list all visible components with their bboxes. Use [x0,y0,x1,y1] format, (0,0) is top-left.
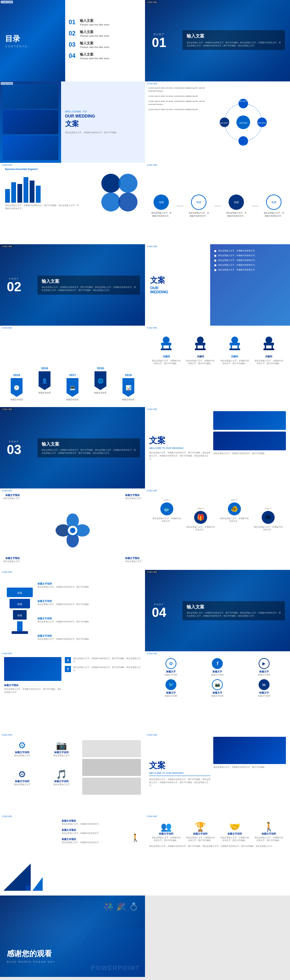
cog-gray-box-2 [82,759,141,776]
flag-2015: 🕐 [11,378,22,397]
timeline-2015: 2015 🕐 标题文本短语 [11,373,23,401]
cog-icon-4: 🎵 [43,769,79,780]
cog-gray-box-1 [82,740,141,757]
part03-num: 03 [7,443,21,456]
flow-text-2: 请在这里输入文字，本模板中的所有文字。 [189,212,209,218]
security-text: Lorem ipsum dolor sit amet, consectetur … [148,86,207,111]
social-icon-2: f [212,658,223,669]
tl-desc-5: 标题文本短语 [122,398,135,401]
part-title: 输入文案 [187,33,281,39]
wencas-layout: 文案 WELCOME TO OUR WEDDING 请在这里输入文字，本模板中的… [149,411,286,484]
funnel-layout: 标题 标题 标题 标题文字说明 请在这里输入文字，本模板中的所有文字、图片均可编… [5,577,140,646]
part03-title: 输入文案 [42,441,136,447]
toc-title-en: CONTENTS [5,45,60,48]
funnel-items: 标题文字说明 请在这里输入文字，本模板中的所有文字、图片均可编辑。 标题文字说明… [37,577,140,646]
toc-num-3: 03 [69,41,77,48]
svg-point-11 [101,174,120,193]
svg-rect-33 [272,345,273,349]
bar-3 [18,184,22,203]
ow-line-2: 请在这里输入文字，本模板中的所有文字。 [214,254,287,257]
trophy-svg-1 [159,337,173,353]
th-icon-1: 👫 [104,902,113,911]
twocol-right: A 请在这里输入文字，本模板中的所有文字、图片均可编辑。请在这里输入文字。 B … [65,657,141,696]
timeline-2016: 2016 👤 标题文本短语 [38,366,51,401]
timeline-2019: 2019 📊 标题文本短语 [122,373,135,401]
toc-text-2: 输入文案 Please add the title here [80,30,109,37]
part02-number: PART 02 [7,277,21,293]
step-num-4: step 4 [253,507,283,509]
slide-thankyou: 感谢您的观看 BLUE WORLD OCEAN DAY 👫 🎉 💍 POWERP… [0,896,145,977]
click-label-9: 点击输入标题 [1,326,13,329]
person-icon-4: 🚶 [254,822,284,832]
slide-part01: 点击输入标题 PART 01 输入文案 请在这里输入文字，本模板中的所有文字、图… [145,0,290,81]
svg-rect-47 [17,621,22,632]
wedding-img-3 [3,135,58,160]
flower-label-bl: 标题文字预设 请在这里输入文字 [3,557,20,563]
th-icon-3: 💍 [129,902,138,911]
trophy-svg-2 [194,337,207,353]
flow-container: 链接 请在这里输入文字，本模板中的所有文字。 链接 请在这里输入文字，本模板中的… [148,166,287,241]
part04-desc: 请在这里输入文字，本模板中的所有文字、图片均可编辑。请在这里输入文字，本模板中的… [187,611,281,617]
wencas2-subtitle: WELCOME TO OUR WEDDING [149,772,210,774]
wencas-title: 文案 [149,435,210,446]
flow-arrow-3 [252,206,259,207]
step-icon-3: 🐠 [228,503,241,515]
twocol-left: 标题文字预设 请在这里输入文字，本模板中的所有文字、图片均可编辑。请在这里输入文… [4,657,61,696]
cog-gray-box-3 [82,778,141,795]
part04-title: 输入文案 [187,604,281,610]
twocol-item-a: 标题文字预设 请在这里输入文字，本模板中的所有文字、图片均可编辑。请在这里输入文… [4,684,61,694]
tri-item-3: 标题文本预设 请在这里输入文字，本模板中的所有文字。 [62,838,142,844]
person-item-2: 🏆 标题文字说明 请在这里输入文字，本模板中的所有文字、图片均可编辑。 [185,822,215,842]
svg-rect-15 [163,337,170,344]
bar-4 [24,177,28,203]
tri-item-1: 标题文本预设 请在这里输入文字，本模板中的所有文字。 [62,819,142,826]
part-title-box: 输入文案 请在这里输入文字，本模板中的所有文字、图片均可编辑。请在这里输入文字，… [183,30,285,50]
slide-flower: 点击输入标题 标题文字预设 请在这里输入文字 标题文字预设 请在这里输入文字 标… [0,488,145,570]
flower-label-tl: 标题文字预设 请在这里输入文字 [3,493,20,500]
trophy-desc-1: 请在这里输入文字，本模板中的所有文字、图片均可编辑。 [151,360,181,365]
svg-rect-30 [266,337,272,344]
slide-persons: 点击输入标题 👥 标题文字说明 请在这里输入文字，本模板中的所有文字、图片均可编… [145,814,290,896]
svg-text:SECURITY: SECURITY [239,145,248,146]
wencas-subtitle: WELCOME TO OUR WEDDING [149,447,210,449]
step-3: step 3 🐠 请在这里输入文字，本模板中的所有文字。 [220,499,249,523]
wencas-left: 文案 WELCOME TO OUR WEDDING 请在这里输入文字，本模板中的… [149,411,210,484]
bar-1 [5,189,10,203]
svg-rect-20 [197,337,203,344]
toc-item-1: 01 输入文案 Please add the title here [69,18,142,26]
social-icon-3: ▶ [259,658,269,669]
twocol-img [4,657,61,681]
step-4: step 4 ✉ 请在这里输入文字，本模板中的所有文字。 [253,507,283,531]
wencas2-right: 请在这里输入文字，本模板中的所有文字、图片均可编辑。 [213,737,286,810]
flow-node-4: 链接 请在这里输入文字，本模板中的所有文字。 [264,194,284,218]
flag-2018: 🌐 [95,371,106,390]
ow-line-5: 请在这里输入文字，本模板中的所有文字。 [214,269,287,272]
social-item-5: 📷 标题文字 标题文字说明 [195,679,239,698]
security-diagram: CENTER SECURITY SECURITY SECURITY SECURI… [203,81,283,163]
flower-svg [56,513,90,547]
trophy-svg-3 [228,337,242,353]
flow-text-3: 请在这里输入文字，本模板中的所有文字。 [226,212,247,218]
slides-container: 点击输入标题 目录 CONTENTS 01 输入文案 Please add th… [0,0,290,977]
tri-item-2: 标题文本预设 请在这里输入文字，本模板中的所有文字。 [62,829,142,835]
step-desc-1: 请在这里输入文字，本模板中的所有文字。 [152,517,182,523]
tl-desc-3: 标题文本短语 [66,398,79,401]
ow-line-3: 请在这里输入文字，本模板中的所有文字。 [214,259,287,262]
trophy-label-4: 关键词 [254,355,284,358]
svg-rect-19 [161,348,171,350]
click-label-22: 点击输入标题 [146,815,158,818]
slide-timeline: 点击输入标题 2015 🕐 标题文本短语 2016 👤 标题文本短语 2017 … [0,326,145,407]
slide-toc: 点击输入标题 目录 CONTENTS 01 输入文案 Please add th… [0,0,145,81]
trophy-4: 关键词 请在这里输入文字，本模板中的所有文字、图片均可编辑。 [254,337,284,365]
social-item-4: 🐦 标题文字 标题文字说明 [149,679,193,698]
click-label-14: 点击输入标题 [146,489,158,492]
slide-wencas: 点击输入标题 文案 WELCOME TO OUR WEDDING 请在这里输入文… [145,407,290,488]
slide-wedding: 点击输入标题 WELCOME TO OUR WEDDING 文案 请在这里输入文… [0,81,145,163]
svg-point-40 [70,528,75,533]
funnel-item-4: 标题文字说明 请在这里输入文字，本模板中的所有文字、图片均可编辑。 [37,634,140,641]
slide-trophy: 点击输入标题 关键词 请在这里输入文字，本模板中的所有文字、图片均可编辑。 [145,326,290,407]
thankyou-icons: 👫 🎉 💍 [104,902,138,911]
svg-point-14 [119,192,138,212]
social-item-3: ▶ 标题文字 标题文字说明 [242,658,286,676]
toc-text-4: 输入文案 Please add the title here [80,52,109,60]
